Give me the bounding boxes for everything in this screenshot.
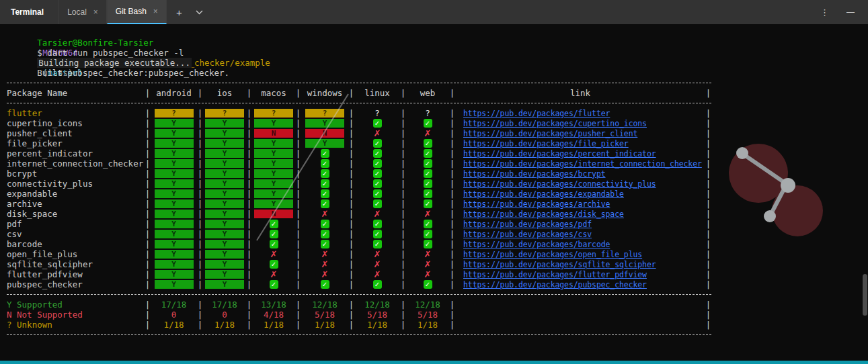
status-unknown-text: ? (425, 108, 430, 118)
summary-value: 5/18 (354, 310, 400, 320)
status-cell: ✗ (252, 250, 295, 259)
status-yes-icon: Y (254, 159, 293, 168)
check-icon: ✓ (424, 139, 432, 148)
column-divider: | (348, 108, 354, 118)
close-icon[interactable]: × (93, 8, 98, 16)
package-link[interactable]: https://pub.dev/packages/flutter (463, 109, 610, 118)
package-link[interactable]: https://pub.dev/packages/barcode (463, 240, 610, 249)
column-divider: | (705, 209, 711, 219)
status-cell: Y (203, 280, 246, 289)
status-cell: ✗ (406, 129, 449, 138)
status-cell: ✓ (406, 179, 449, 188)
package-link[interactable]: https://pub.dev/packages/sqflite_sqlciph… (463, 260, 656, 269)
status-cell: Y (151, 210, 197, 218)
minimize-icon[interactable]: — (838, 7, 868, 17)
package-link[interactable]: https://pub.dev/packages/file_picker (463, 139, 629, 148)
package-link[interactable]: https://pub.dev/packages/pusher_client (463, 129, 637, 138)
package-name: bcrypt (7, 169, 145, 179)
column-divider: | (400, 209, 406, 219)
package-link[interactable]: https://pub.dev/packages/bcrypt (463, 169, 606, 179)
column-divider: | (348, 249, 354, 259)
cross-icon: ✗ (270, 250, 278, 259)
link-cell: https://pub.dev/packages/bcrypt (455, 169, 705, 179)
blank-line (7, 340, 868, 350)
check-icon: ✓ (321, 230, 329, 238)
table-header-row: Package Name|android|ios|macos|windows|l… (7, 88, 719, 98)
column-divider: | (246, 249, 252, 259)
package-link[interactable]: https://pub.dev/packages/pdf (463, 220, 592, 229)
close-icon[interactable]: × (153, 7, 158, 15)
package-name: cupertino_icons (7, 118, 145, 128)
check-icon: ✓ (424, 149, 432, 158)
column-divider: | (705, 269, 711, 279)
status-cell: ✓ (406, 199, 449, 208)
new-tab-button[interactable]: + (167, 7, 189, 18)
status-cell: ✗ (354, 250, 400, 259)
column-divider: | (246, 138, 252, 148)
status-yes-icon: Y (155, 159, 194, 168)
link-cell: https://pub.dev/packages/percent_indicat… (455, 148, 705, 159)
column-divider: | (449, 320, 455, 330)
package-link[interactable]: https://pub.dev/packages/csv (463, 230, 592, 239)
column-divider: | (449, 88, 455, 98)
table-border (7, 83, 711, 83)
status-cell: ? (354, 108, 400, 118)
tab-git-bash[interactable]: Git Bash × (107, 0, 167, 24)
package-link[interactable]: https://pub.dev/packages/disk_space (463, 210, 624, 219)
status-cell: Y (151, 139, 197, 148)
package-link[interactable]: https://pub.dev/packages/flutter_pdfview (463, 270, 647, 279)
column-divider: | (400, 158, 406, 169)
check-icon: ✓ (373, 139, 382, 148)
column-divider: | (348, 239, 354, 249)
status-cell: Y (151, 199, 197, 208)
status-cell: Y (151, 260, 197, 269)
status-cell: Y (151, 270, 197, 279)
column-divider: | (246, 199, 252, 209)
column-divider: | (145, 189, 151, 199)
status-cell: ✓ (406, 149, 449, 158)
table-row: barcode|Y|Y|✓|✓|✓|✓|https://pub.dev/pack… (7, 239, 719, 249)
column-divider: | (246, 269, 252, 279)
status-cell: Y (203, 159, 246, 168)
package-link[interactable]: https://pub.dev/packages/archive (463, 199, 610, 209)
package-link[interactable]: https://pub.dev/packages/open_file_plus (463, 250, 642, 259)
status-cell: Y (203, 189, 246, 198)
check-icon: ✓ (321, 220, 329, 228)
package-link[interactable]: https://pub.dev/packages/connectivity_pl… (463, 179, 656, 189)
column-divider: | (197, 138, 203, 148)
status-yes-icon: Y (155, 280, 194, 289)
menu-icon[interactable]: ⋮ (812, 7, 838, 17)
column-divider: | (400, 279, 406, 289)
scrollbar-thumb[interactable] (863, 274, 867, 316)
table-row: bcrypt|Y|Y|Y|✓|✓|✓|https://pub.dev/packa… (7, 169, 719, 179)
status-cell: ✓ (354, 179, 400, 188)
table-row: pusher_client|Y|Y|N|N|✗|✗|https://pub.de… (7, 128, 719, 138)
chevron-down-icon[interactable] (189, 10, 210, 15)
summary-value: 12/18 (301, 300, 348, 310)
summary-value: 13/18 (252, 300, 295, 310)
note-line: ? unknown packages, you need to check it… (7, 350, 868, 360)
column-divider: | (348, 279, 354, 289)
package-link[interactable]: https://pub.dev/packages/expandable (463, 189, 624, 199)
check-icon: ✓ (373, 280, 382, 289)
tab-local[interactable]: Local × (58, 0, 107, 24)
status-cell: ✗ (406, 250, 449, 259)
table-row: disk_space|Y|Y|N|✗|✗|✗|https://pub.dev/p… (7, 209, 719, 219)
table-row: cupertino_icons|Y|Y|Y|Y|✓|✓|https://pub.… (7, 118, 719, 128)
table-border (7, 294, 711, 295)
column-divider: | (705, 239, 711, 249)
package-link[interactable]: https://pub.dev/packages/cupertino_icons (463, 119, 647, 128)
package-link[interactable]: https://pub.dev/packages/internet_connec… (463, 159, 702, 169)
status-cell: Y (252, 179, 295, 188)
column-divider: | (705, 148, 711, 158)
check-icon: ✓ (270, 220, 278, 228)
column-divider: | (705, 169, 711, 179)
status-unknown-icon: ? (254, 109, 293, 118)
package-link[interactable]: https://pub.dev/packages/percent_indicat… (463, 149, 656, 158)
header-linux: linux (354, 88, 400, 98)
status-cell: Y (151, 189, 197, 198)
package-link[interactable]: https://pub.dev/packages/pubspec_checker (463, 280, 647, 289)
package-name: open_file_plus (7, 249, 145, 259)
package-name: flutter (7, 108, 145, 118)
column-divider: | (348, 229, 354, 239)
